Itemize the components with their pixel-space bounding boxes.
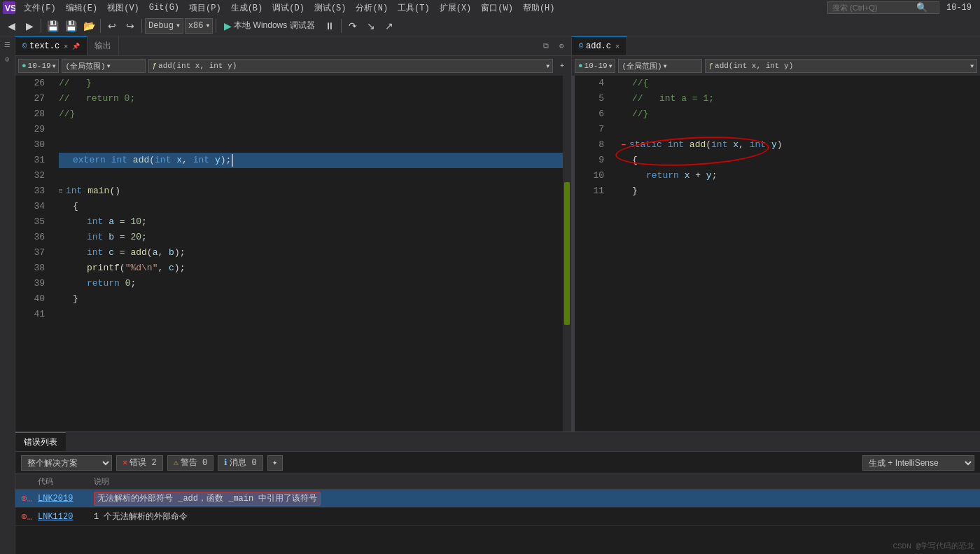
tab-text-c-label: text.c xyxy=(29,41,59,51)
ln-26: 26 xyxy=(15,76,45,91)
svg-text:VS: VS xyxy=(5,4,15,13)
menu-window[interactable]: 窗口(W) xyxy=(477,1,517,15)
menu-analyze[interactable]: 分析(N) xyxy=(351,1,392,15)
ln-32: 32 xyxy=(15,168,45,183)
step-into-btn[interactable]: ↘ xyxy=(363,18,379,34)
run-btn[interactable]: ▶ 本地 Windows 调试器 xyxy=(219,18,319,34)
info-badge[interactable]: ℹ 消息 0 xyxy=(218,455,262,471)
nav-fwd-btn[interactable]: ▶ xyxy=(21,18,38,34)
tab-output[interactable]: 输出 xyxy=(88,36,119,55)
warning-badge[interactable]: ⚠ 警告 0 xyxy=(167,455,214,471)
sidebar-icon-1[interactable]: ☰ xyxy=(1,38,15,52)
tab-close-icon[interactable]: ✕ xyxy=(615,42,620,50)
rgutter-7 xyxy=(610,122,615,137)
tab-add-c[interactable]: © add.c ✕ xyxy=(572,36,627,55)
right-code-area[interactable]: 4 5 6 7 8 9 10 11 xyxy=(575,76,980,431)
sep1 xyxy=(41,19,41,33)
sidebar-icon-2[interactable]: ⚙ xyxy=(1,53,15,67)
filter-btn[interactable]: ✦ xyxy=(267,455,283,471)
ln-41: 41 xyxy=(15,307,45,322)
error-row-2[interactable]: ⊗ LNK1120 1 个无法解析的外部命令 xyxy=(15,508,980,526)
nav-add-btn[interactable]: + xyxy=(556,60,568,72)
redo-btn[interactable]: ↪ xyxy=(122,18,139,34)
gutter-40 xyxy=(50,291,56,307)
right-code-content[interactable]: //{ // int a = 1; //} – static int add(i… xyxy=(615,76,980,431)
left-code-content[interactable]: // } // return 0; //} extern int add(int… xyxy=(56,76,563,431)
right-nav-func[interactable]: ƒ add(int x, int y) ▼ xyxy=(705,59,977,73)
left-scroll-thumb[interactable] xyxy=(564,182,570,324)
col-code-header[interactable]: 代码 xyxy=(32,476,88,487)
info-circle-icon: ℹ xyxy=(224,457,227,468)
menu-edit[interactable]: 编辑(E) xyxy=(62,1,102,15)
right-global-label: (全局范围) xyxy=(622,61,662,71)
menu-test[interactable]: 测试(S) xyxy=(310,1,351,15)
rgutter-9 xyxy=(610,153,615,168)
left-nav-global[interactable]: (全局范围) ▼ xyxy=(62,59,146,73)
fold-icon-33[interactable]: ⊟ xyxy=(59,183,66,199)
error-link-2[interactable]: LNK1120 xyxy=(38,512,73,522)
left-sidebar: ☰ ⚙ xyxy=(0,36,15,554)
error-link-1[interactable]: LNK2019 xyxy=(38,494,73,504)
menu-view[interactable]: 视图(V) xyxy=(103,1,144,15)
scope-dropdown[interactable]: 整个解决方案 xyxy=(21,455,112,471)
gutter-31 xyxy=(50,153,56,168)
code-line-41 xyxy=(59,307,563,322)
save-btn[interactable]: 💾 xyxy=(44,18,61,34)
ln-33: 33 xyxy=(15,183,45,199)
nav-back-btn[interactable]: ◀ xyxy=(3,18,20,34)
right-nav-scope[interactable]: ● 10-19 ▼ xyxy=(575,59,615,73)
menu-extensions[interactable]: 扩展(X) xyxy=(435,1,476,15)
tab-modified-icon: ✕ xyxy=(64,42,68,50)
build-dropdown[interactable]: 生成 + IntelliSense xyxy=(862,455,974,471)
tab-error-list[interactable]: 错误列表 xyxy=(15,432,66,451)
menu-build[interactable]: 生成(B) xyxy=(227,1,267,15)
rln-11: 11 xyxy=(575,183,604,199)
code-line-30 xyxy=(59,137,563,153)
code-line-29 xyxy=(59,122,563,137)
step-out-btn[interactable]: ↗ xyxy=(381,18,398,34)
error-desc-text-1: 无法解析的外部符号 _add，函数 _main 中引用了该符号 xyxy=(94,492,321,506)
pause-btn[interactable]: ⏸ xyxy=(321,18,338,34)
gutter-30 xyxy=(50,137,56,153)
menu-debug[interactable]: 调试(D) xyxy=(268,1,309,15)
editor-split-btn[interactable]: ⧉ xyxy=(539,39,553,53)
platform-dropdown[interactable]: x86 ▼ xyxy=(185,18,213,34)
debug-config-dropdown[interactable]: Debug ▼ xyxy=(145,18,183,34)
error-code-1[interactable]: LNK2019 xyxy=(32,494,88,504)
error-code-2[interactable]: LNK1120 xyxy=(32,512,88,522)
menu-tools[interactable]: 工具(T) xyxy=(393,1,434,15)
right-nav-global[interactable]: (全局范围) ▼ xyxy=(618,59,702,73)
step-over-btn[interactable]: ↷ xyxy=(344,18,361,34)
col-desc-header[interactable]: 说明 xyxy=(88,476,980,487)
undo-btn[interactable]: ↩ xyxy=(104,18,120,34)
error-circle-icon: ✕ xyxy=(122,457,127,468)
search-box[interactable]: 🔍 xyxy=(827,1,939,14)
left-nav-func[interactable]: ƒ add(int x, int y) ▼ xyxy=(148,59,553,73)
rgutter-6 xyxy=(610,106,615,122)
menu-file[interactable]: 文件(F) xyxy=(20,1,60,15)
left-scrollbar[interactable] xyxy=(563,76,571,431)
left-gutter xyxy=(50,76,56,431)
scope-indicator: ● xyxy=(22,62,27,70)
chevron-down-icon7: ▼ xyxy=(664,63,667,69)
menu-help[interactable]: 帮助(H) xyxy=(519,1,559,15)
error-row-1[interactable]: ⊗ LNK2019 无法解析的外部符号 _add，函数 _main 中引用了该符… xyxy=(15,490,980,508)
rcode-line-9: { xyxy=(618,153,980,168)
rln-9: 9 xyxy=(575,153,604,168)
editor-settings-btn[interactable]: ⚙ xyxy=(554,39,568,53)
save-all-btn[interactable]: 💾 xyxy=(62,18,79,34)
ln-35: 35 xyxy=(15,214,45,230)
error-desc-1: 无法解析的外部符号 _add，函数 _main 中引用了该符号 xyxy=(88,492,980,504)
tab-text-c[interactable]: © text.c ✕ 📌 xyxy=(15,36,88,55)
open-btn[interactable]: 📂 xyxy=(80,18,97,34)
rcode-line-4: //{ xyxy=(618,76,980,91)
left-code-area[interactable]: 26 27 28 29 30 31 32 33 34 35 36 37 xyxy=(15,76,571,431)
search-input[interactable] xyxy=(832,4,916,12)
error-badge[interactable]: ✕ 错误 2 xyxy=(116,455,163,471)
code-line-33: ⊟ int main() xyxy=(59,183,563,199)
menu-project[interactable]: 项目(P) xyxy=(185,1,225,15)
ln-27: 27 xyxy=(15,91,45,106)
menu-git[interactable]: Git(G) xyxy=(145,1,183,14)
right-func-label: add(int x, int y) xyxy=(715,62,793,70)
left-nav-scope[interactable]: ● 10-19 ▼ xyxy=(18,59,59,73)
